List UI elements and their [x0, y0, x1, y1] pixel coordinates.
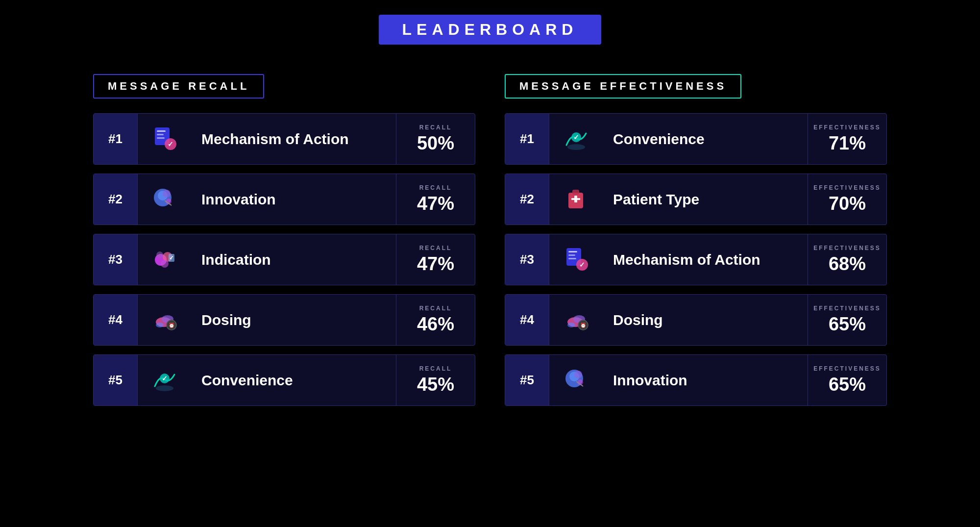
score-cell: EFFECTIVENESS 68% [808, 234, 886, 285]
patient-icon [562, 184, 591, 215]
dosing-icon: ⏰ [562, 304, 591, 336]
label-cell: Indication [192, 234, 396, 285]
score-label: EFFECTIVENESS [813, 305, 881, 312]
rank-text: #1 [520, 131, 534, 147]
convenience-icon: ✓ [150, 365, 179, 396]
svg-rect-35 [568, 258, 576, 259]
icon-cell: ✓ [138, 355, 192, 405]
svg-text:✓: ✓ [162, 375, 168, 382]
rank-text: #4 [520, 312, 534, 327]
table-row: #1 ✓ Mechanism of Action RECALL 50% [93, 113, 475, 165]
score-value: 70% [829, 193, 866, 214]
rank-cell: #2 [94, 174, 138, 225]
effectiveness-section-title: MESSAGE EFFECTIVENESS [519, 80, 727, 92]
table-row: #5 ✓ Convenience RECALL 45% [93, 354, 475, 406]
score-value: 47% [417, 253, 454, 275]
recall-list: #1 ✓ Mechanism of Action RECALL 50% #2 [93, 113, 475, 406]
icon-cell: ✓ [549, 114, 603, 164]
item-label: Innovation [201, 191, 276, 208]
rank-cell: #4 [505, 295, 549, 345]
page-title: LEADERBOARD [402, 21, 578, 38]
score-value: 71% [829, 133, 866, 154]
score-cell: RECALL 45% [396, 355, 475, 405]
svg-rect-3 [157, 137, 165, 139]
recall-section: MESSAGE RECALL #1 ✓ Mechanism of Action … [93, 74, 475, 406]
rank-cell: #3 [505, 234, 549, 285]
score-value: 46% [417, 314, 454, 335]
effectiveness-section: MESSAGE EFFECTIVENESS #1 ✓ Convenience E… [505, 74, 887, 406]
mechanism-icon: ✓ [562, 244, 591, 276]
svg-point-13 [161, 260, 169, 268]
score-value: 50% [417, 133, 454, 154]
item-label: Dosing [613, 312, 663, 328]
svg-text:⏰: ⏰ [580, 322, 587, 328]
score-value: 68% [829, 253, 866, 275]
mechanism-icon: ✓ [150, 124, 179, 155]
table-row: #2 Innovation RECALL 47% [93, 174, 475, 225]
table-row: #2 Patient Type EFFECTIVENESS 70% [505, 174, 887, 225]
label-cell: Innovation [192, 174, 396, 225]
svg-point-14 [156, 251, 163, 258]
rank-cell: #4 [94, 295, 138, 345]
label-cell: Dosing [192, 295, 396, 345]
svg-text:✓: ✓ [579, 261, 585, 269]
label-cell: Convenience [603, 114, 808, 164]
svg-point-19 [156, 323, 164, 327]
svg-text:✓: ✓ [168, 140, 173, 148]
rank-cell: #1 [505, 114, 549, 164]
recall-section-title: MESSAGE RECALL [108, 80, 249, 92]
svg-rect-2 [157, 134, 164, 135]
icon-cell [138, 174, 192, 225]
svg-point-45 [574, 371, 582, 378]
label-cell: Mechanism of Action [192, 114, 396, 164]
score-label: RECALL [419, 305, 452, 312]
table-row: #3 ✓ Mechanism of Action EFFECTIVENESS 6… [505, 234, 887, 285]
svg-rect-29 [572, 190, 579, 195]
rank-cell: #5 [94, 355, 138, 405]
score-label: EFFECTIVENESS [813, 245, 881, 251]
recall-title-box: MESSAGE RECALL [93, 74, 264, 99]
rank-text: #3 [108, 252, 122, 267]
score-label: EFFECTIVENESS [813, 365, 881, 372]
svg-text:⏰: ⏰ [169, 322, 175, 328]
score-label: RECALL [419, 184, 452, 191]
score-label: RECALL [419, 124, 452, 131]
page-title-container: LEADERBOARD [379, 15, 602, 45]
score-cell: RECALL 46% [396, 295, 475, 345]
rank-cell: #3 [94, 234, 138, 285]
table-row: #4 ⏰ Dosing EFFECTIVENESS 65% [505, 294, 887, 346]
icon-cell: ✓ [549, 234, 603, 285]
score-label: EFFECTIVENESS [813, 124, 881, 131]
table-row: #3 ✓ Indication RECALL 47% [93, 234, 475, 285]
icon-cell: ⏰ [549, 295, 603, 345]
svg-point-40 [567, 323, 575, 327]
main-content: MESSAGE RECALL #1 ✓ Mechanism of Action … [0, 74, 980, 406]
score-value: 65% [829, 314, 866, 335]
innovation-icon [150, 184, 179, 215]
label-cell: Mechanism of Action [603, 234, 808, 285]
table-row: #1 ✓ Convenience EFFECTIVENESS 71% [505, 113, 887, 165]
score-cell: EFFECTIVENESS 71% [808, 114, 886, 164]
indication-icon: ✓ [150, 244, 179, 276]
svg-text:✓: ✓ [573, 133, 579, 141]
item-label: Indication [201, 251, 271, 268]
svg-rect-33 [568, 251, 577, 252]
label-cell: Innovation [603, 355, 808, 405]
label-cell: Patient Type [603, 174, 808, 225]
rank-text: #3 [520, 252, 534, 267]
score-value: 45% [417, 374, 454, 395]
svg-point-8 [163, 190, 171, 198]
score-cell: EFFECTIVENESS 70% [808, 174, 886, 225]
score-value: 47% [417, 193, 454, 214]
svg-rect-1 [157, 130, 166, 132]
innovation-icon [562, 365, 591, 396]
svg-rect-34 [568, 254, 575, 256]
svg-point-22 [156, 385, 173, 391]
icon-cell [549, 355, 603, 405]
rank-text: #5 [520, 373, 534, 388]
table-row: #4 ⏰ Dosing RECALL 46% [93, 294, 475, 346]
rank-cell: #2 [505, 174, 549, 225]
item-label: Mechanism of Action [613, 251, 760, 268]
item-label: Dosing [201, 312, 251, 328]
rank-text: #5 [108, 373, 122, 388]
